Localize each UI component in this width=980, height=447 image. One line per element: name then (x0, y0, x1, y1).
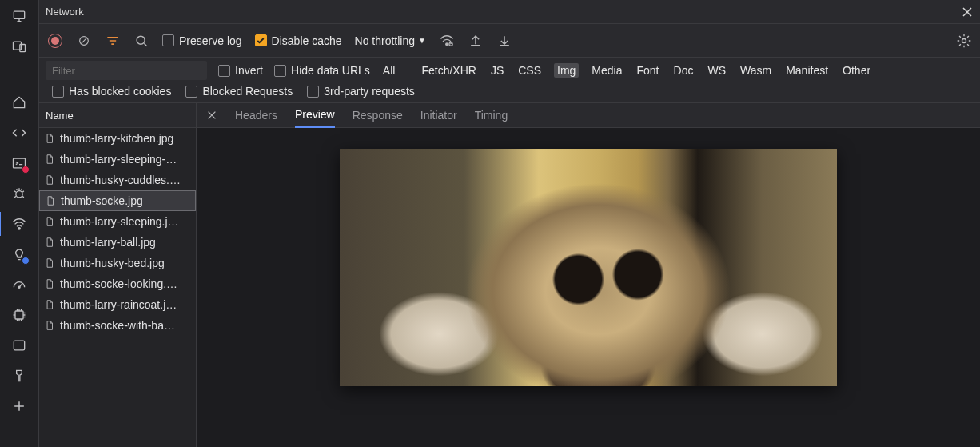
style-icon[interactable] (10, 366, 29, 385)
throttling-label: No throttling (355, 34, 415, 47)
request-name: thumb-larry-ball.jpg (60, 236, 156, 249)
tab-response[interactable]: Response (353, 103, 403, 128)
file-icon (44, 154, 55, 165)
request-name: thumb-socke-looking.… (60, 277, 177, 290)
filter-icon[interactable] (105, 33, 121, 49)
lightbulb-icon[interactable] (10, 245, 29, 264)
preserve-log-checkbox[interactable]: Preserve log (162, 34, 242, 47)
debugger-icon[interactable] (10, 184, 29, 203)
filter-type-fetch[interactable]: Fetch/XHR (420, 63, 477, 78)
close-icon[interactable] (961, 6, 974, 18)
file-icon (44, 257, 55, 269)
has-blocked-cookies-checkbox[interactable]: Has blocked cookies (52, 85, 171, 98)
code-icon[interactable] (10, 123, 29, 142)
request-name: thumb-husky-bed.jpg (60, 257, 165, 269)
request-row[interactable]: thumb-larry-sleeping-… (39, 149, 196, 170)
svg-rect-2 (20, 45, 26, 52)
request-row[interactable]: thumb-socke-with-ba… (39, 315, 196, 336)
tab-initiator[interactable]: Initiator (420, 103, 457, 128)
filter-type-other[interactable]: Other (841, 63, 872, 78)
file-icon (45, 195, 56, 206)
storage-icon[interactable] (10, 336, 29, 355)
filter-type-ws[interactable]: WS (706, 63, 727, 78)
request-row[interactable]: thumb-husky-bed.jpg (39, 253, 196, 273)
toolbar: Preserve log Disable cache No throttling… (39, 24, 980, 58)
import-har-icon[interactable] (468, 33, 484, 49)
svg-rect-0 (14, 11, 24, 18)
svg-point-10 (137, 36, 145, 44)
memory-icon[interactable] (10, 305, 29, 325)
inspector-icon[interactable] (10, 6, 29, 26)
preview-image (340, 149, 837, 386)
svg-point-11 (446, 42, 448, 45)
close-details-icon[interactable] (206, 110, 217, 121)
filter-type-all[interactable]: All (381, 63, 397, 78)
filter-type-doc[interactable]: Doc (672, 63, 695, 78)
request-row[interactable]: thumb-larry-ball.jpg (39, 232, 196, 253)
throttling-select[interactable]: No throttling ▼ (355, 34, 426, 47)
blocked-requests-label: Blocked Requests (202, 85, 293, 98)
hide-urls-label: Hide data URLs (291, 64, 370, 77)
add-icon[interactable] (10, 397, 29, 416)
filter-input[interactable] (46, 61, 207, 80)
tab-preview[interactable]: Preview (295, 103, 335, 128)
responsive-icon[interactable] (10, 37, 29, 56)
third-party-label: 3rd-party requests (324, 85, 415, 98)
name-column-header[interactable]: Name (39, 103, 196, 128)
filter-type-manifest[interactable]: Manifest (784, 63, 830, 78)
file-icon (44, 216, 55, 227)
svg-rect-7 (15, 311, 23, 319)
disable-cache-label: Disable cache (272, 34, 342, 47)
file-icon (44, 299, 55, 310)
request-row[interactable]: thumb-husky-cuddles.… (39, 170, 196, 190)
hide-data-urls-checkbox[interactable]: Hide data URLs (274, 64, 370, 77)
request-name: thumb-larry-raincoat.j… (60, 298, 177, 311)
svg-rect-3 (14, 158, 26, 168)
filter-type-media[interactable]: Media (590, 63, 623, 78)
main: Network Preserve log Disable cache No th… (39, 0, 980, 447)
filter-type-wasm[interactable]: Wasm (739, 63, 773, 78)
network-icon[interactable] (10, 214, 29, 233)
request-name: thumb-socke.jpg (61, 194, 143, 207)
svg-point-4 (16, 191, 22, 198)
third-party-checkbox[interactable]: 3rd-party requests (307, 85, 415, 98)
filter-type-css[interactable]: CSS (516, 63, 543, 78)
preserve-log-label: Preserve log (179, 34, 242, 47)
export-har-icon[interactable] (496, 33, 512, 49)
home-icon[interactable] (10, 93, 29, 112)
search-icon[interactable] (133, 33, 149, 49)
filter-bar: Invert Hide data URLs All Fetch/XHR JS C… (39, 58, 980, 103)
svg-point-5 (18, 228, 21, 230)
request-row[interactable]: thumb-larry-sleeping.j… (39, 211, 196, 232)
filter-type-font[interactable]: Font (635, 63, 661, 78)
request-name: thumb-larry-sleeping.j… (60, 215, 179, 228)
filter-type-js[interactable]: JS (489, 63, 505, 78)
gear-icon[interactable] (956, 33, 972, 49)
performance-icon[interactable] (10, 275, 29, 294)
panel-title: Network (46, 6, 84, 18)
invert-checkbox[interactable]: Invert (218, 64, 263, 77)
chevron-down-icon: ▼ (418, 36, 426, 45)
filter-divider (408, 64, 408, 77)
invert-label: Invert (235, 64, 263, 77)
resource-type-filters: All Fetch/XHR JS CSS Img Media Font Doc … (381, 63, 872, 78)
titlebar: Network (39, 0, 980, 24)
console-icon[interactable] (10, 154, 29, 173)
tab-headers[interactable]: Headers (235, 103, 277, 128)
request-row[interactable]: thumb-larry-raincoat.j… (39, 294, 196, 315)
network-conditions-icon[interactable] (439, 33, 455, 49)
disable-cache-checkbox[interactable]: Disable cache (255, 34, 342, 47)
record-button[interactable] (47, 33, 63, 49)
request-row[interactable]: thumb-socke.jpg (39, 190, 196, 211)
clear-icon[interactable] (76, 33, 92, 49)
svg-rect-8 (14, 341, 24, 350)
request-name: thumb-larry-kitchen.jpg (60, 132, 173, 145)
request-row[interactable]: thumb-socke-looking.… (39, 273, 196, 294)
body: Name thumb-larry-kitchen.jpgthumb-larry-… (39, 103, 980, 447)
detail-tabs: Headers Preview Response Initiator Timin… (197, 103, 980, 128)
filter-type-img[interactable]: Img (554, 63, 579, 78)
blocked-requests-checkbox[interactable]: Blocked Requests (185, 85, 293, 98)
request-row[interactable]: thumb-larry-kitchen.jpg (39, 128, 196, 149)
tab-timing[interactable]: Timing (475, 103, 508, 128)
requests-panel: Name thumb-larry-kitchen.jpgthumb-larry-… (39, 103, 197, 447)
